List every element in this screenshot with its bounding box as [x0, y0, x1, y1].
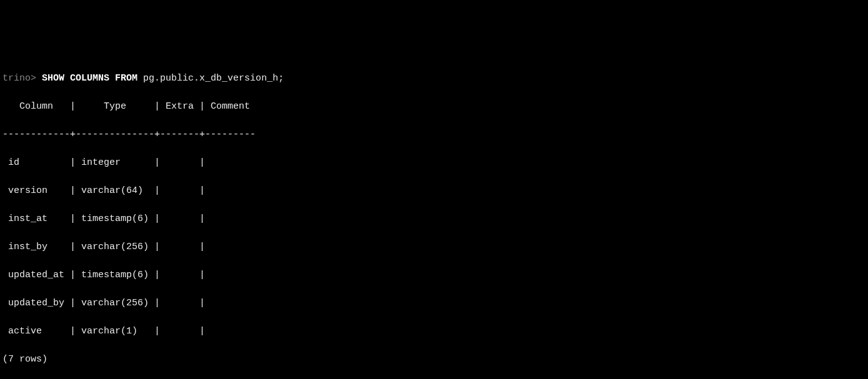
table-header: Column | Type | Extra | Comment [2, 100, 866, 114]
table-row: updated_by | varchar(256) | | [2, 297, 866, 311]
terminal-output[interactable]: trino> SHOW COLUMNS FROM pg.public.x_db_… [2, 57, 866, 379]
table-row: inst_at | timestamp(6) | | [2, 212, 866, 227]
table-row: inst_by | varchar(256) | | [2, 240, 866, 255]
table-row: updated_at | timestamp(6) | | [2, 268, 866, 283]
sql-arg: pg.public.x_db_version_h; [137, 73, 284, 84]
table-row: active | varchar(1) | | [2, 325, 866, 339]
command-line-1: trino> SHOW COLUMNS FROM pg.public.x_db_… [2, 72, 866, 86]
sql-keyword: FROM [115, 73, 137, 84]
table-separator: ------------+--------------+-------+----… [2, 128, 866, 142]
sql-keyword: SHOW [42, 73, 64, 84]
row-count: (7 rows) [2, 353, 866, 367]
sql-keyword: COLUMNS [70, 73, 109, 84]
table-row: version | varchar(64) | | [2, 184, 866, 199]
prompt-text: trino> [2, 73, 42, 84]
table-row: id | integer | | [2, 156, 866, 170]
